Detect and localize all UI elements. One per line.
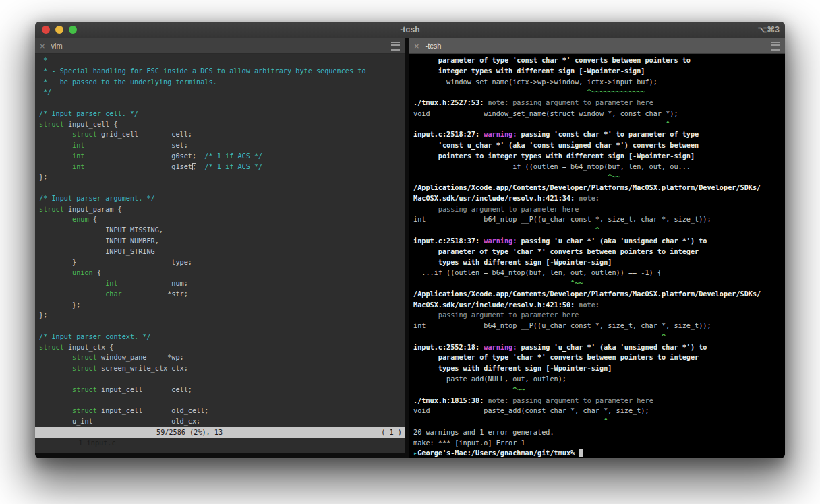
- terminal-line: /* Input parser cell. */: [39, 108, 405, 119]
- shell-output-content[interactable]: parameter of type 'const char *' convert…: [409, 54, 785, 458]
- terminal-line: window_set_name(ictx->wp->window, ictx->…: [413, 77, 785, 88]
- menu-icon[interactable]: [771, 42, 780, 51]
- vim-status-extra: (-1 ): [381, 427, 402, 438]
- window-title: -tcsh: [35, 25, 785, 34]
- terminal-line: struct input_cell cell;: [39, 385, 405, 396]
- terminal-line: ^~~: [413, 172, 785, 183]
- terminal-line: int g1set; /* 1 if ACS */: [39, 162, 405, 172]
- terminal-line: ^~~~~~~~~~~~~~: [413, 87, 785, 98]
- terminal-line: pointers to integer types with different…: [413, 151, 785, 162]
- terminal-line: union {: [39, 267, 405, 278]
- terminal-line: struct window_pane *wp;: [39, 352, 405, 363]
- terminal-line: int g0set; /* 1 if ACS */: [39, 151, 405, 162]
- terminal-line: * - Special handling for ESC inside a DC…: [39, 66, 405, 77]
- terminal-line: input.c:2518:37: warning: passing 'u_cha…: [413, 236, 785, 247]
- terminal-line: struct input_cell {: [39, 119, 405, 130]
- terminal-line: int num;: [39, 278, 405, 289]
- terminal-line: /Applications/Xcode.app/Contents/Develop…: [413, 289, 785, 300]
- terminal-line: struct input_ctx {: [39, 342, 405, 353]
- window-shortcut-badge: ⌥⌘3: [757, 25, 780, 34]
- terminal-line: parameter of type 'char *' converts betw…: [413, 247, 785, 257]
- terminal-line: integer types with different sign [-Wpoi…: [413, 66, 785, 77]
- terminal-line: input.c:2552:18: warning: passing 'u_cha…: [413, 342, 785, 353]
- desktop: -tcsh ⌥⌘3 × vim * * - Special handling f…: [0, 0, 820, 504]
- vim-pane-tab-bar: × vim: [35, 38, 405, 54]
- terminal-line: };: [39, 300, 405, 311]
- terminal-line: struct input_cell old_cell;: [39, 406, 405, 416]
- terminal-line: if ((outlen = b64_ntop(buf, len, out, ou…: [413, 162, 785, 172]
- vim-status-position: 59/2586 (2%), 13: [156, 427, 223, 438]
- terminal-line: ^: [413, 416, 785, 427]
- tab-label-vim: vim: [51, 42, 63, 50]
- terminal-line: parameter of type 'char *' converts betw…: [413, 352, 785, 363]
- terminal-line: paste_add(NULL, out, outlen);: [413, 374, 785, 385]
- terminal-line: [39, 321, 405, 332]
- terminal-line: };: [39, 172, 405, 183]
- terminal-line: ./tmux.h:2527:53: note: passing argument…: [413, 98, 785, 108]
- terminal-line: void window_set_name(struct window *, co…: [413, 108, 785, 119]
- terminal-line: ^: [413, 332, 785, 342]
- vim-status-filename: 1 input.c: [78, 439, 115, 447]
- terminal-line: MacOSX.sdk/usr/include/resolv.h:421:50: …: [413, 300, 785, 311]
- shell-pane-tab-bar: × -tcsh: [409, 38, 785, 54]
- terminal-line: make: *** [input.o] Error 1: [413, 438, 785, 449]
- terminal-line: ./tmux.h:1815:38: note: passing argument…: [413, 396, 785, 406]
- terminal-line: int set;: [39, 140, 405, 151]
- title-bar[interactable]: -tcsh ⌥⌘3: [35, 22, 785, 38]
- terminal-line: [39, 98, 405, 108]
- terminal-line: struct grid_cell cell;: [39, 129, 405, 140]
- terminal-line: INPUT_MISSING,: [39, 225, 405, 236]
- terminal-line: struct input_param {: [39, 204, 405, 215]
- terminal-line: parameter of type 'const char *' convert…: [413, 55, 785, 66]
- terminal-line: char *str;: [39, 289, 405, 300]
- terminal-line: /* Input parser context. */: [39, 332, 405, 342]
- terminal-line: * be passed to the underlying terminals.: [39, 77, 405, 88]
- menu-icon[interactable]: [391, 42, 400, 51]
- terminal-line: passing argument to parameter here: [413, 310, 785, 321]
- terminal-line: /Applications/Xcode.app/Contents/Develop…: [413, 183, 785, 193]
- terminal-line: u_int old_cx;: [39, 416, 405, 427]
- terminal-line: ...if ((outlen = b64_ntop(buf, len, out,…: [413, 267, 785, 278]
- close-icon[interactable]: ×: [414, 42, 419, 51]
- terminal-line: struct screen_write_ctx ctx;: [39, 363, 405, 374]
- terminal-line: types with different sign [-Wpointer-sig…: [413, 257, 785, 268]
- terminal-line: ^: [413, 119, 785, 130]
- terminal-line: ▸George's-Mac:/Users/gnachman/git/tmux%: [413, 448, 785, 458]
- terminal-line: } type;: [39, 257, 405, 268]
- terminal-line: *: [39, 55, 405, 66]
- terminal-line: int b64_ntop __P((u_char const *, size_t…: [413, 321, 785, 332]
- terminal-line: };: [39, 310, 405, 321]
- terminal-line: MacOSX.sdk/usr/include/resolv.h:421:34: …: [413, 193, 785, 204]
- terminal-line: /* Input parser argument. */: [39, 193, 405, 204]
- terminal-line: ^~~: [413, 278, 785, 289]
- terminal-line: */: [39, 87, 405, 98]
- terminal-line: int b64_ntop __P((u_char const *, size_t…: [413, 214, 785, 225]
- vim-status-bar: 1 input.c 59/2586 (2%), 13 (-1 ): [35, 427, 405, 438]
- terminal-window: -tcsh ⌥⌘3 × vim * * - Special handling f…: [35, 22, 785, 458]
- terminal-line: INPUT_STRING: [39, 247, 405, 257]
- close-icon[interactable]: ×: [40, 42, 45, 51]
- terminal-line: enum {: [39, 214, 405, 225]
- terminal-line: ^~~: [413, 385, 785, 396]
- vim-editor-content[interactable]: * * - Special handling for ESC inside a …: [35, 54, 405, 427]
- terminal-line: void paste_add(const char *, char *, siz…: [413, 406, 785, 416]
- terminal-line: types with different sign [-Wpointer-sig…: [413, 363, 785, 374]
- terminal-line: [39, 183, 405, 193]
- split-panes: × vim * * - Special handling for ESC ins…: [35, 38, 785, 458]
- terminal-line: ^: [413, 225, 785, 236]
- tab-label-tcsh: -tcsh: [426, 42, 442, 50]
- terminal-line: [39, 395, 405, 406]
- terminal-line: 20 warnings and 1 error generated.: [413, 427, 785, 438]
- terminal-line: passing argument to parameter here: [413, 204, 785, 215]
- shell-pane: × -tcsh parameter of type 'const char *'…: [409, 38, 785, 458]
- terminal-line: INPUT_NUMBER,: [39, 236, 405, 247]
- terminal-line: 'const u_char *' (aka 'const unsigned ch…: [413, 140, 785, 151]
- vim-pane: × vim * * - Special handling for ESC ins…: [35, 38, 405, 453]
- terminal-line: input.c:2518:27: warning: passing 'const…: [413, 129, 785, 140]
- terminal-line: [39, 374, 405, 385]
